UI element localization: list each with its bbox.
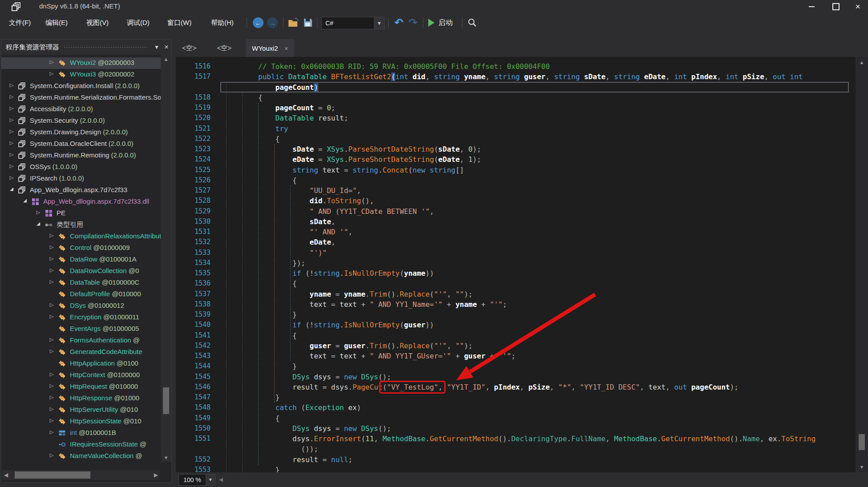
start-button[interactable]: 启动 — [428, 16, 453, 29]
tree-item[interactable]: ▷System.Drawing.Design (2.0.0.0) — [1, 127, 161, 138]
expander-collapsed-icon[interactable]: ▷ — [8, 140, 15, 146]
tree-item[interactable]: ▷System.Configuration.Install (2.0.0.0) — [1, 80, 161, 92]
menu-item[interactable]: 帮助(H) — [208, 13, 236, 32]
expander-collapsed-icon[interactable]: ▷ — [49, 371, 55, 377]
panel-header[interactable]: 程序集资源管理器 ▼ × — [1, 40, 171, 55]
menu-item[interactable]: 编辑(E) — [43, 13, 70, 32]
scroll-right-icon[interactable]: ▶ — [154, 472, 158, 478]
editor-horizontal-scrollbar[interactable]: ◀ — [218, 475, 868, 485]
assembly-tree[interactable]: ▷WYouxi2 @02000003▷WYouxi3 @02000002▷Sys… — [1, 55, 161, 462]
chevron-down-icon[interactable]: ▼ — [206, 475, 215, 485]
expander-collapsed-icon[interactable]: ▷ — [8, 129, 15, 134]
expander-collapsed-icon[interactable]: ▷ — [49, 337, 55, 342]
zoom-select[interactable]: 100 % ▼ — [178, 474, 215, 486]
menu-item[interactable]: 调试(D) — [124, 13, 152, 32]
tree-item[interactable]: ▷WYouxi3 @02000002 — [1, 69, 161, 80]
expander-collapsed-icon[interactable]: ▷ — [49, 418, 55, 423]
expander-expanded-icon[interactable]: ◢ — [35, 221, 41, 226]
menu-item[interactable]: 窗口(W) — [165, 13, 194, 32]
expander-collapsed-icon[interactable]: ▷ — [49, 233, 55, 238]
expander-collapsed-icon[interactable]: ▷ — [49, 71, 55, 76]
maximize-button[interactable] — [826, 0, 846, 13]
expander-collapsed-icon[interactable]: ▷ — [35, 209, 41, 215]
scroll-down-icon[interactable]: ▼ — [856, 464, 868, 470]
scrollbar-thumb[interactable] — [163, 387, 169, 414]
tree-item[interactable]: ▷WYouxi2 @02000003 — [1, 57, 161, 69]
tree-item[interactable]: ▷OSSys (1.0.0.0) — [1, 161, 161, 173]
scroll-left-icon[interactable]: ◀ — [219, 476, 223, 483]
panel-drag-grip[interactable] — [64, 45, 147, 49]
expander-collapsed-icon[interactable]: ▷ — [49, 406, 55, 412]
tree-item[interactable]: ▷System.Data.OracleClient (2.0.0.0) — [1, 138, 161, 150]
tree-item[interactable]: ▷System.Runtime.Remoting (2.0.0.0) — [1, 150, 161, 161]
tree-item[interactable]: ▷DataRow @0100001A — [1, 254, 161, 266]
expander-collapsed-icon[interactable]: ▷ — [49, 394, 55, 400]
expander-collapsed-icon[interactable]: ▷ — [8, 105, 15, 111]
tree-item[interactable]: ▷Encryption @01000011 — [1, 312, 161, 323]
scroll-up-icon[interactable]: ▲ — [161, 56, 171, 62]
expander-collapsed-icon[interactable]: ▷ — [8, 152, 15, 157]
tree-vertical-scrollbar[interactable]: ▲ ▼ — [161, 55, 171, 462]
tree-item[interactable]: ▷Accessibility (2.0.0.0) — [1, 104, 161, 115]
tree-item[interactable]: ◢App_Web_dllogin.aspx.7d7c2f33 — [1, 185, 161, 196]
expander-collapsed-icon[interactable]: ▷ — [49, 383, 55, 389]
code-editor[interactable]: 1516// Token: 0x0600003B RID: 59 RVA: 0x… — [176, 57, 856, 472]
tree-item[interactable]: ▷IPSearch (1.0.0.0) — [1, 173, 161, 185]
tree-item[interactable]: ▷DSys @01000012 — [1, 300, 161, 312]
expander-collapsed-icon[interactable]: ▷ — [49, 429, 55, 435]
menu-item[interactable]: 视图(V) — [84, 13, 111, 32]
tree-item[interactable]: ▷FormsAuthentication @ — [1, 335, 161, 346]
tree-item[interactable]: ▷Control @01000009 — [1, 242, 161, 254]
expander-expanded-icon[interactable]: ◢ — [8, 186, 15, 191]
expander-collapsed-icon[interactable]: ▷ — [49, 59, 55, 65]
expander-collapsed-icon[interactable]: ▷ — [49, 348, 55, 354]
tab-空[interactable]: <空> — [211, 39, 238, 57]
expander-collapsed-icon[interactable]: ▷ — [49, 244, 55, 250]
tree-item[interactable]: ▷HttpRequest @010000 — [1, 381, 161, 393]
tree-item[interactable]: ▷NameValueCollection @ — [1, 451, 161, 462]
expander-collapsed-icon[interactable]: ▷ — [8, 117, 15, 123]
tree-item[interactable]: IRequiresSessionState @ — [1, 439, 161, 451]
minimize-button[interactable] — [801, 0, 822, 13]
back-icon[interactable]: ← — [253, 17, 264, 28]
scrollbar-thumb[interactable] — [859, 434, 865, 450]
tab-WYouxi2[interactable]: WYouxi2× — [246, 39, 294, 57]
chevron-down-icon[interactable]: ▼ — [374, 17, 384, 29]
tree-item[interactable]: ▷HttpSessionState @010 — [1, 416, 161, 427]
tree-item[interactable]: HttpApplication @0100 — [1, 358, 161, 370]
scrollbar-thumb[interactable] — [15, 471, 90, 479]
tree-item[interactable]: ▷System.Security (2.0.0.0) — [1, 115, 161, 127]
scroll-left-icon[interactable]: ◀ — [4, 472, 8, 478]
redo-icon[interactable]: ↷ — [407, 16, 419, 29]
expander-collapsed-icon[interactable]: ▷ — [8, 163, 15, 169]
expander-collapsed-icon[interactable]: ▷ — [49, 452, 55, 458]
forward-icon[interactable]: → — [267, 17, 278, 28]
tree-item[interactable]: EventArgs @01000005 — [1, 323, 161, 335]
tab-close-icon[interactable]: × — [284, 44, 288, 52]
tree-item[interactable]: ▷PE — [1, 208, 161, 219]
expander-collapsed-icon[interactable]: ▷ — [49, 267, 55, 273]
save-icon[interactable] — [303, 17, 313, 28]
tree-item[interactable]: ▷HttpContext @0100000 — [1, 370, 161, 381]
open-icon[interactable] — [288, 17, 299, 28]
search-icon[interactable] — [467, 18, 477, 28]
tab-空[interactable]: <空> — [176, 39, 203, 57]
scroll-up-icon[interactable]: ▲ — [856, 60, 868, 65]
language-select[interactable]: C# ▼ — [321, 17, 385, 29]
expander-collapsed-icon[interactable]: ▷ — [8, 175, 15, 181]
expander-collapsed-icon[interactable]: ▷ — [49, 279, 55, 285]
tree-item[interactable]: ▷DataRowCollection @0 — [1, 266, 161, 277]
tree-item[interactable]: ▷GeneratedCodeAttribute — [1, 346, 161, 358]
tree-item[interactable]: ▷System.Runtime.Serialization.Formatters… — [1, 92, 161, 104]
undo-icon[interactable]: ↶ — [393, 16, 405, 29]
expander-expanded-icon[interactable]: ◢ — [22, 198, 28, 203]
panel-close-icon[interactable]: × — [162, 43, 171, 51]
editor-vertical-scrollbar[interactable]: ▲ ▼ — [856, 57, 868, 472]
expander-collapsed-icon[interactable]: ▷ — [49, 314, 55, 319]
expander-collapsed-icon[interactable]: ▷ — [8, 94, 15, 100]
tree-item[interactable]: ▷DataTable @0100000C — [1, 277, 161, 289]
tree-item[interactable]: ▷CompilationRelaxationsAttribute — [1, 231, 161, 242]
tree-item[interactable]: ◢类型引用 — [1, 219, 161, 231]
expander-collapsed-icon[interactable]: ▷ — [8, 82, 15, 88]
close-button[interactable]: × — [848, 0, 868, 13]
